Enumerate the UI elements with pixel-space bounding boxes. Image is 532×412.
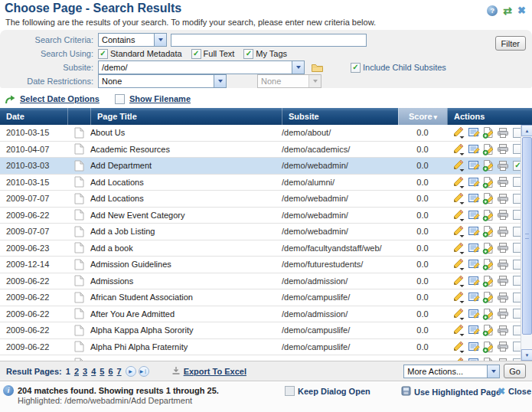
row-select-checkbox[interactable] (513, 194, 521, 204)
table-row[interactable]: 2009-06-22After You Are Admitted/demo/ad… (0, 306, 521, 323)
edit-page-icon[interactable] (482, 275, 494, 287)
print-icon[interactable] (497, 242, 509, 253)
keep-dialog-open-checkbox[interactable] (285, 386, 295, 396)
export-to-excel-link[interactable]: Export To Excel (184, 367, 246, 376)
search-criteria-operator-select[interactable]: Contains (98, 33, 167, 47)
edit-page-icon[interactable] (482, 176, 494, 188)
edit-properties-icon[interactable] (468, 258, 480, 270)
edit-content-icon[interactable] (452, 258, 465, 270)
table-row[interactable]: 2010-03-15Add Locations/demo/alumni/0.0 (0, 175, 521, 191)
page-number-link[interactable]: 7 (117, 367, 122, 376)
select-date-options-link[interactable]: Select Date Options (20, 94, 100, 103)
row-select-checkbox[interactable] (513, 276, 521, 286)
row-select-checkbox[interactable] (513, 227, 521, 237)
use-highlighted-page-button[interactable]: Use Highlighted Page (414, 387, 501, 397)
scroll-down-icon[interactable]: ▼ (521, 349, 532, 361)
edit-content-icon[interactable] (452, 209, 465, 221)
table-row[interactable]: 2009-06-22Alpha Kappa Alpha Sorority/dem… (0, 322, 521, 339)
print-icon[interactable] (497, 275, 509, 286)
column-header-score[interactable]: Score▾ (398, 108, 447, 125)
column-header-date[interactable]: Date (0, 108, 67, 125)
edit-properties-icon[interactable] (468, 176, 480, 188)
edit-page-icon[interactable] (482, 159, 494, 172)
subsite-select[interactable]: /demo/ (98, 60, 305, 74)
edit-content-icon[interactable] (452, 225, 465, 237)
row-select-checkbox[interactable] (513, 342, 521, 352)
edit-content-icon[interactable] (452, 192, 465, 204)
row-select-checkbox[interactable] (513, 293, 521, 302)
table-row[interactable]: 2009-12-14Admission Guidelines/demo/futu… (0, 257, 521, 273)
edit-properties-icon[interactable] (468, 192, 480, 204)
row-select-checkbox[interactable] (513, 260, 521, 270)
print-icon[interactable] (497, 176, 509, 188)
edit-content-icon[interactable] (452, 126, 465, 139)
edit-properties-icon[interactable] (468, 242, 480, 254)
edit-content-icon[interactable] (452, 324, 465, 336)
close-x-icon[interactable]: ✖ (498, 386, 505, 397)
table-row[interactable]: 2009-06-22Add New Event Category/demo/we… (0, 208, 521, 224)
more-actions-select[interactable]: More Actions... (403, 365, 500, 378)
edit-properties-icon[interactable] (468, 341, 480, 353)
dialog-close-icon[interactable]: ✖ (517, 5, 526, 16)
scroll-up-icon[interactable]: ▲ (521, 125, 532, 136)
edit-properties-icon[interactable] (468, 275, 480, 287)
include-child-subsites-checkbox[interactable] (351, 63, 361, 73)
page-number-link[interactable]: 6 (108, 367, 113, 376)
next-page-icon[interactable]: ▶ (126, 366, 136, 377)
edit-page-icon[interactable] (482, 143, 494, 155)
browse-folder-icon[interactable] (311, 62, 323, 73)
table-row[interactable] (0, 355, 521, 361)
edit-properties-icon[interactable] (468, 291, 480, 303)
edit-content-icon[interactable] (452, 176, 465, 188)
print-icon[interactable] (497, 226, 509, 237)
column-header-subsite[interactable]: Subsite (282, 108, 398, 125)
page-number-link[interactable]: 5 (100, 367, 104, 376)
print-icon[interactable] (497, 160, 509, 172)
edit-properties-icon[interactable] (468, 225, 480, 237)
edit-content-icon[interactable] (452, 143, 465, 155)
edit-content-icon[interactable] (452, 275, 465, 287)
print-icon[interactable] (497, 143, 509, 155)
print-icon[interactable] (497, 127, 509, 139)
row-select-checkbox[interactable] (513, 325, 521, 335)
page-number-link[interactable]: 4 (91, 367, 96, 376)
row-select-checkbox[interactable] (513, 243, 521, 253)
help-icon[interactable]: ? (487, 5, 498, 16)
edit-page-icon[interactable] (482, 341, 494, 353)
print-icon[interactable] (497, 193, 509, 204)
close-button[interactable]: Close (508, 387, 531, 396)
last-page-icon[interactable]: ▶❘ (139, 366, 149, 377)
table-row[interactable]: 2009-06-22African Student Association/de… (0, 289, 521, 306)
edit-page-icon[interactable] (482, 308, 494, 320)
row-select-checkbox[interactable] (513, 144, 521, 154)
table-row[interactable]: 2010-03-15About Us/demo/about/0.0 (0, 125, 521, 142)
row-select-checkbox[interactable] (513, 210, 521, 220)
row-select-checkbox[interactable] (513, 161, 521, 171)
edit-content-icon[interactable] (452, 291, 465, 303)
edit-page-icon[interactable] (482, 324, 494, 336)
table-row[interactable]: 2010-04-07Academic Resources/demo/academ… (0, 142, 521, 159)
print-icon[interactable] (497, 308, 509, 319)
print-icon[interactable] (497, 292, 509, 303)
edit-properties-icon[interactable] (468, 143, 480, 155)
search-using-checkbox[interactable] (98, 49, 108, 59)
go-button[interactable]: Go (504, 364, 526, 378)
edit-properties-icon[interactable] (468, 126, 480, 139)
table-row[interactable]: 2009-06-22Admissions/demo/admission/0.0 (0, 273, 521, 290)
edit-content-icon[interactable] (452, 341, 465, 353)
edit-page-icon[interactable] (482, 242, 494, 254)
edit-page-icon[interactable] (482, 209, 494, 221)
print-icon[interactable] (497, 259, 509, 270)
row-select-checkbox[interactable] (513, 128, 521, 138)
edit-properties-icon[interactable] (468, 209, 480, 221)
edit-content-icon[interactable] (452, 242, 465, 254)
row-select-checkbox[interactable] (513, 177, 521, 187)
edit-properties-icon[interactable] (468, 324, 480, 336)
print-icon[interactable] (497, 209, 509, 221)
table-scrollbar[interactable]: ▲ ▼ (521, 125, 532, 361)
edit-properties-icon[interactable] (468, 159, 480, 172)
edit-properties-icon[interactable] (468, 308, 480, 320)
edit-page-icon[interactable] (482, 225, 494, 237)
show-filename-checkbox[interactable] (115, 94, 125, 104)
edit-content-icon[interactable] (452, 159, 465, 172)
